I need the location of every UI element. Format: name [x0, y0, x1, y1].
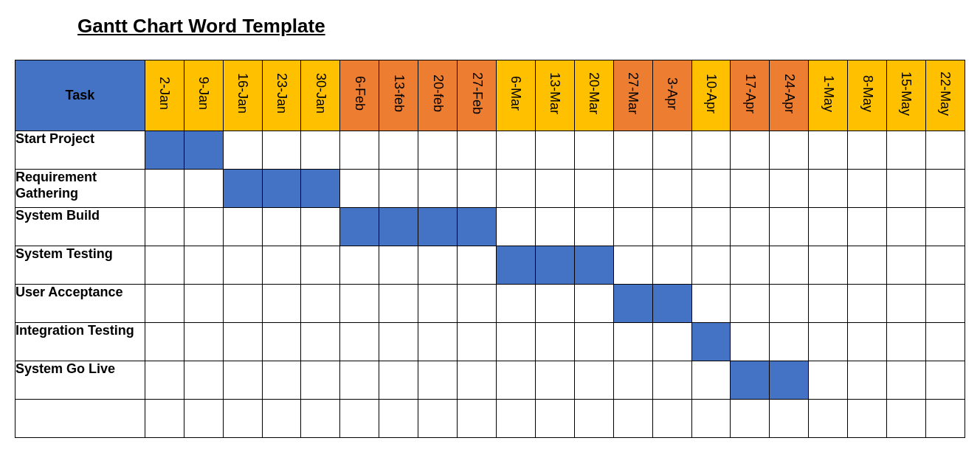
gantt-empty-cell [731, 285, 770, 323]
gantt-empty-cell [418, 285, 458, 323]
gantt-empty-cell [848, 131, 887, 170]
gantt-empty-cell [145, 361, 184, 400]
date-header-label: 13-feb [391, 70, 407, 116]
gantt-empty-cell [379, 285, 418, 323]
gantt-bar-cell [301, 170, 340, 208]
gantt-empty-cell [223, 400, 262, 438]
gantt-empty-cell [809, 285, 848, 323]
date-header-label: 24-Apr [781, 69, 797, 118]
gantt-empty-cell [418, 246, 458, 285]
date-header: 22-May [925, 60, 965, 131]
gantt-bar-cell [262, 170, 301, 208]
task-name-cell: Integration Testing [15, 323, 145, 361]
gantt-empty-cell [887, 361, 926, 400]
gantt-empty-cell [574, 285, 613, 323]
gantt-bar-cell [613, 285, 652, 323]
gantt-empty-cell [223, 246, 262, 285]
gantt-empty-cell [262, 131, 301, 170]
gantt-empty-cell [496, 170, 535, 208]
gantt-empty-cell [458, 170, 497, 208]
gantt-empty-cell [262, 208, 301, 246]
gantt-empty-cell [301, 323, 340, 361]
date-header: 24-Apr [770, 60, 809, 131]
gantt-empty-cell [770, 400, 809, 438]
gantt-empty-cell [770, 170, 809, 208]
gantt-empty-cell [458, 246, 497, 285]
gantt-empty-cell [691, 170, 731, 208]
date-header: 3-Apr [652, 60, 691, 131]
gantt-empty-cell [184, 208, 223, 246]
gantt-bar-cell [379, 208, 418, 246]
gantt-bar-cell [458, 208, 497, 246]
gantt-empty-cell [262, 246, 301, 285]
gantt-empty-cell [184, 170, 223, 208]
date-header: 27-Mar [613, 60, 652, 131]
task-name-cell: System Go Live [15, 361, 145, 400]
gantt-empty-cell [535, 285, 574, 323]
gantt-empty-cell [223, 208, 262, 246]
gantt-empty-cell [301, 400, 340, 438]
gantt-bar-cell [691, 323, 731, 361]
gantt-empty-cell [418, 323, 458, 361]
gantt-body: Start ProjectRequirement GatheringSystem… [15, 131, 965, 438]
date-header-label: 30-Jan [313, 69, 328, 118]
gantt-empty-cell [458, 323, 497, 361]
gantt-empty-cell [574, 361, 613, 400]
date-header-label: 22-May [937, 67, 953, 120]
gantt-empty-cell [340, 361, 379, 400]
gantt-empty-cell [496, 400, 535, 438]
gantt-bar-cell [535, 246, 574, 285]
gantt-empty-cell [613, 400, 652, 438]
gantt-empty-cell [809, 208, 848, 246]
gantt-empty-cell [496, 285, 535, 323]
gantt-empty-cell [301, 361, 340, 400]
gantt-empty-cell [925, 131, 965, 170]
task-column-header: Task [15, 60, 145, 131]
gantt-empty-cell [535, 400, 574, 438]
date-header-label: 15-May [898, 67, 914, 120]
table-row: User Acceptance [15, 285, 965, 323]
gantt-bar-cell [184, 131, 223, 170]
gantt-empty-cell [262, 323, 301, 361]
table-row: System Testing [15, 246, 965, 285]
gantt-empty-cell [652, 208, 691, 246]
table-row: Integration Testing [15, 323, 965, 361]
date-header-label: 16-Jan [235, 69, 250, 118]
date-header: 8-May [848, 60, 887, 131]
date-header-label: 10-Apr [703, 69, 719, 118]
gantt-empty-cell [184, 323, 223, 361]
gantt-empty-cell [652, 131, 691, 170]
gantt-empty-cell [925, 361, 965, 400]
gantt-empty-cell [496, 208, 535, 246]
date-header: 20-Mar [574, 60, 613, 131]
date-header-label: 8-May [860, 71, 875, 116]
gantt-empty-cell [925, 323, 965, 361]
gantt-empty-cell [613, 361, 652, 400]
date-header: 1-May [809, 60, 848, 131]
date-header: 23-Jan [262, 60, 301, 131]
gantt-empty-cell [613, 323, 652, 361]
date-header-label: 9-Jan [196, 72, 211, 114]
gantt-empty-cell [262, 285, 301, 323]
table-row: System Build [15, 208, 965, 246]
gantt-empty-cell [652, 246, 691, 285]
date-header-label: 20-feb [430, 70, 446, 116]
gantt-empty-cell [418, 400, 458, 438]
gantt-empty-cell [535, 323, 574, 361]
gantt-empty-cell [458, 131, 497, 170]
gantt-empty-cell [379, 323, 418, 361]
gantt-empty-cell [848, 400, 887, 438]
gantt-empty-cell [731, 170, 770, 208]
gantt-empty-cell [574, 400, 613, 438]
gantt-empty-cell [887, 285, 926, 323]
gantt-empty-cell [184, 285, 223, 323]
gantt-empty-cell [770, 131, 809, 170]
gantt-empty-cell [848, 246, 887, 285]
gantt-empty-cell [691, 208, 731, 246]
date-header: 20-feb [418, 60, 458, 131]
date-header: 2-Jan [145, 60, 184, 131]
gantt-empty-cell [223, 323, 262, 361]
gantt-empty-cell [691, 131, 731, 170]
date-header: 6-Mar [496, 60, 535, 131]
gantt-empty-cell [340, 323, 379, 361]
